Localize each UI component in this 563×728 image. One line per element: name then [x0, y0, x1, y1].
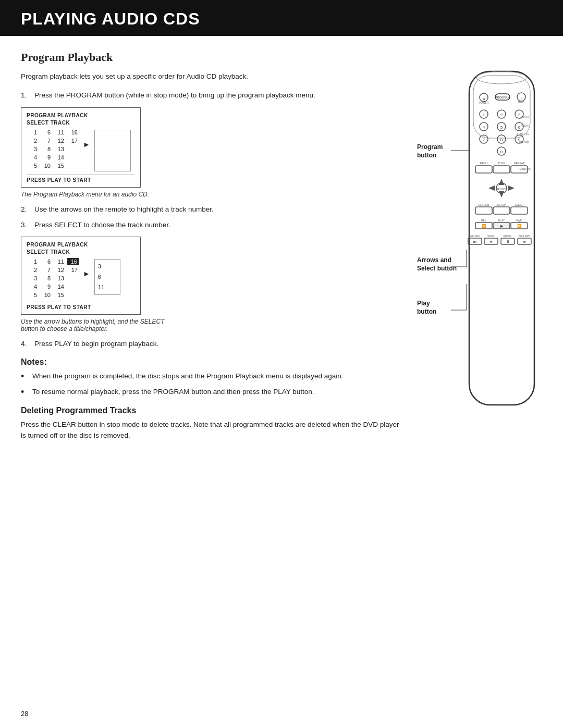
menu2-header: PROGRAM PLAYBACK SELECT TRACK [27, 241, 135, 256]
step-2-text: Use the arrows on the remote to highligh… [34, 204, 214, 215]
step-3-num: 3. [21, 220, 30, 230]
right-column: Program button Arrows and Select button … [417, 51, 542, 441]
step-3: 3. Press SELECT to choose the track numb… [21, 220, 401, 230]
remote-image: ⏻ POWER PROGRAM i INFO ANGLE AUDIO SUBTI… [464, 66, 540, 412]
intro-text: Program playback lets you set up a speci… [21, 71, 401, 82]
menu1-caption: The Program Playback menu for an audio C… [21, 191, 401, 198]
menu2-caption1: Use the arrow buttons to highlight, and … [21, 318, 401, 332]
menu2-footer: PRESS PLAY TO START [27, 302, 135, 310]
menu1-footer: PRESS PLAY TO START [27, 175, 135, 183]
step-2: 2. Use the arrows on the remote to highl… [21, 204, 401, 215]
step-4-text: Press PLAY to begin program playback. [34, 339, 158, 349]
menu2-selected: 3 6 11 [94, 259, 120, 295]
section-heading: Program Playback [21, 51, 401, 64]
menu1-arrow: ► [81, 129, 90, 149]
menu2-arrow: ► [81, 258, 90, 278]
step-4-num: 4. [21, 339, 30, 349]
notes-list: • When the program is completed, the dis… [21, 371, 401, 398]
note-2-text: To resume normal playback, press the PRO… [32, 387, 314, 398]
note-2: • To resume normal playback, press the P… [21, 387, 401, 398]
menu1-header: PROGRAM PLAYBACK SELECT TRACK [27, 112, 135, 127]
bullet-icon-2: • [21, 387, 28, 398]
step-1-text: Press the PROGRAM button (while in stop … [34, 90, 315, 101]
step-1: 1. Press the PROGRAM button (while in st… [21, 90, 401, 101]
page-number: 28 [21, 710, 28, 718]
notes-heading: Notes: [21, 357, 401, 367]
menu2-track-grid: 1 6 11 16 2 7 12 17 3 8 13 4 9 [27, 258, 79, 299]
bullet-icon-1: • [21, 371, 28, 382]
note-1: • When the program is completed, the dis… [21, 371, 401, 382]
step-3-text: Press SELECT to choose the track number. [34, 220, 170, 230]
deleting-text: Press the CLEAR button in stop mode to d… [21, 419, 401, 441]
step-1-num: 1. [21, 90, 30, 101]
step-2-num: 2. [21, 204, 30, 215]
step-4: 4. Press PLAY to begin program playback. [21, 339, 401, 349]
page-header: PLAYING AUDIO CDS [0, 0, 563, 36]
program-menu-2: PROGRAM PLAYBACK SELECT TRACK 1 6 11 16 … [21, 237, 401, 315]
deleting-heading: Deleting Programmed Tracks [21, 406, 401, 415]
page-title: PLAYING AUDIO CDS [21, 9, 542, 29]
menu1-track-grid: 1 6 11 16 2 7 12 17 3 8 13 4 9 [27, 129, 79, 169]
program-menu-1: PROGRAM PLAYBACK SELECT TRACK 1 6 11 16 … [21, 107, 401, 188]
note-1-text: When the program is completed, the disc … [32, 371, 344, 382]
